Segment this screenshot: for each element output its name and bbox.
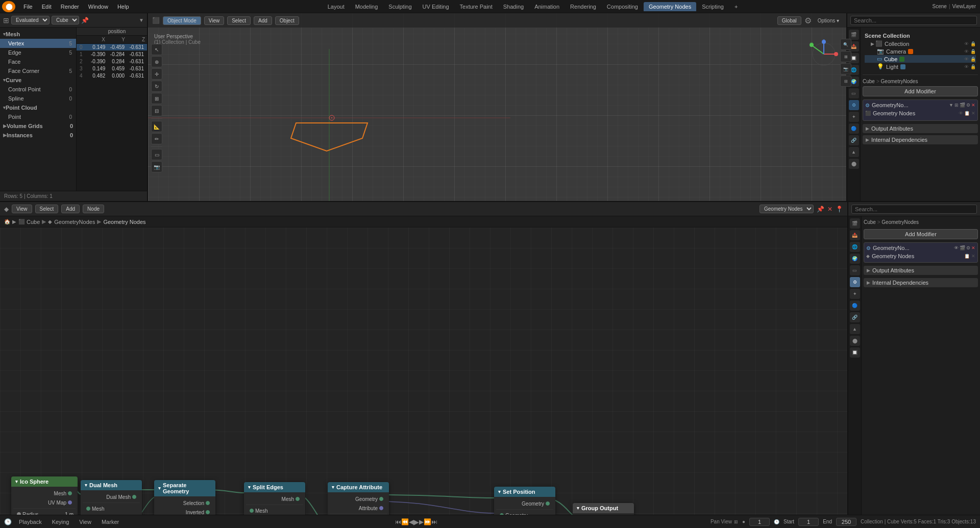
- table-row[interactable]: 2 -0.390 0.284 -0.631: [77, 58, 147, 65]
- pin-icon[interactable]: 📌: [81, 17, 89, 24]
- node-close-icon[interactable]: ✕: [827, 206, 832, 213]
- breadcrumb-geometry-nodes[interactable]: GeometryNodes: [54, 219, 95, 225]
- node-capture-attribute[interactable]: ▾ Capture Attribute Geometry Attribute: [328, 482, 389, 515]
- menu-window[interactable]: Window: [84, 3, 112, 11]
- viewport-tool-transform[interactable]: ⊟: [151, 105, 162, 116]
- menu-file[interactable]: File: [19, 3, 37, 11]
- nav-mesh-header[interactable]: ▾ Mesh: [0, 30, 76, 39]
- output-attrs-header[interactable]: ▶ Output Attributes: [863, 124, 978, 133]
- node-view-btn[interactable]: View: [12, 205, 32, 213]
- right-icon-modifier[interactable]: ⚙: [850, 277, 860, 287]
- nav-item-control-point[interactable]: Control Point 0: [0, 85, 76, 94]
- modifier-render-icon[interactable]: 🎬: [960, 103, 965, 108]
- right-internal-deps-header[interactable]: ▶ Internal Dependencies: [864, 278, 978, 287]
- nav-item-face[interactable]: Face: [0, 57, 76, 66]
- right-output-attrs-header[interactable]: ▶ Output Attributes: [864, 266, 978, 275]
- viewport-tool-cursor[interactable]: ⊕: [151, 56, 162, 67]
- node-separate-geometry[interactable]: ▾ Separate Geometry Selection Inverted: [154, 480, 215, 515]
- prop-icon-render[interactable]: 🎬: [849, 30, 859, 40]
- timeline-next-frame-icon[interactable]: ⏩: [424, 518, 431, 525]
- object-mode-btn[interactable]: Object Mode: [163, 16, 201, 25]
- menu-edit[interactable]: Edit: [38, 3, 56, 11]
- split-edges-mesh-in-socket[interactable]: [250, 509, 254, 513]
- node-tree-select[interactable]: Geometry Nodes: [760, 205, 814, 213]
- current-frame-field[interactable]: 1: [749, 518, 770, 526]
- tab-animation[interactable]: Animation: [529, 2, 565, 11]
- right-icon-world[interactable]: 🌍: [850, 254, 860, 264]
- keying-btn[interactable]: Keying: [49, 518, 72, 526]
- tab-modeling[interactable]: Modeling: [350, 2, 383, 11]
- viewport-options-label[interactable]: Options ▾: [815, 17, 842, 24]
- scene-item-light[interactable]: 💡 Light 👁 🔒: [865, 63, 976, 70]
- split-edges-mesh-out-socket[interactable]: [296, 497, 300, 501]
- right-icon-constraints[interactable]: 🔗: [850, 312, 860, 322]
- table-row[interactable]: 0 0.149 -0.459 -0.631: [77, 44, 147, 51]
- tab-geometry-nodes[interactable]: Geometry Nodes: [644, 2, 696, 11]
- rmod-delete-icon[interactable]: ✕: [971, 245, 975, 250]
- nav-volume-header[interactable]: ▶ Volume Grids 0: [0, 121, 76, 131]
- prop-icon-materials[interactable]: ⬤: [849, 159, 859, 169]
- node-node-btn[interactable]: Node: [83, 205, 104, 213]
- timeline-step-back-icon[interactable]: ◀: [409, 518, 413, 525]
- timeline-jump-end-icon[interactable]: ⏭: [431, 518, 437, 525]
- nav-item-spline[interactable]: Spline 0: [0, 94, 76, 103]
- modifier-settings-icon[interactable]: ⚙: [966, 103, 970, 108]
- tab-scripting[interactable]: Scripting: [697, 2, 729, 11]
- timeline-step-fwd-icon[interactable]: ▶: [419, 518, 424, 525]
- tab-add[interactable]: +: [729, 2, 743, 11]
- node-set-position[interactable]: ▾ Set Position Geometry Geometry: [494, 487, 555, 515]
- menu-render[interactable]: Render: [57, 3, 83, 11]
- scene-item-camera[interactable]: 📷 Camera 👁 🔒: [865, 47, 976, 55]
- node-canvas[interactable]: ▾ Ico Sphere Mesh UV Map: [0, 228, 847, 515]
- transform-global-btn[interactable]: Global: [777, 16, 801, 25]
- pan-view-icon[interactable]: ⊞: [734, 519, 738, 524]
- tab-compositing[interactable]: Compositing: [602, 2, 643, 11]
- object-menu-btn[interactable]: Object: [275, 16, 299, 25]
- filter-icon[interactable]: ▼: [139, 17, 144, 23]
- select-menu-btn[interactable]: Select: [227, 16, 251, 25]
- props-search[interactable]: [850, 16, 977, 25]
- viewport-gizmo[interactable]: X Y Z 🔍 ⊞ 📷 ⊟: [808, 39, 839, 69]
- modifier-realtime-icon[interactable]: ⊞: [954, 103, 959, 108]
- nav-instances-header[interactable]: ▶ Instances 0: [0, 131, 76, 140]
- internal-deps-header[interactable]: ▶ Internal Dependencies: [863, 135, 978, 144]
- modifier-filter-icon[interactable]: ▼: [949, 103, 953, 108]
- rmod-render-icon[interactable]: 🎬: [960, 245, 965, 250]
- node-ico-sphere[interactable]: ▾ Ico Sphere Mesh UV Map: [11, 476, 78, 515]
- node-pin-icon[interactable]: 📌: [817, 206, 824, 213]
- ico-sphere-uvmap-socket[interactable]: [68, 500, 72, 505]
- right-icon-output[interactable]: 📤: [850, 230, 860, 240]
- viewport-tool-camera[interactable]: 📷: [151, 161, 162, 172]
- viewport-tool-select[interactable]: ↖: [151, 44, 162, 55]
- prop-icon-data[interactable]: ▲: [849, 147, 859, 157]
- sep-geo-sel-out-socket[interactable]: [206, 501, 210, 505]
- viewport-tool-annotate[interactable]: ✏: [151, 133, 162, 144]
- node-group-output[interactable]: ▾ Group Output Geometry: [573, 503, 634, 515]
- view-btn[interactable]: View: [76, 518, 94, 526]
- table-row[interactable]: 3 0.149 0.459 -0.631: [77, 65, 147, 72]
- nav-item-vertex[interactable]: Vertex 5: [0, 39, 76, 48]
- nav-item-edge[interactable]: Edge 5: [0, 48, 76, 57]
- scene-item-cube[interactable]: ▭ Cube 👁 🔒: [865, 55, 976, 63]
- tab-uv-editing[interactable]: UV Editing: [418, 2, 454, 11]
- table-row[interactable]: 4 0.482 0.000 -0.631: [77, 72, 147, 80]
- right-icon-physics[interactable]: 🔵: [850, 300, 860, 311]
- right-icon-materials[interactable]: ⬤: [850, 336, 860, 346]
- sep-geo-inv-out-socket[interactable]: [206, 510, 210, 514]
- cap-attr-geo-out-socket[interactable]: [379, 497, 383, 501]
- prop-icon-physics[interactable]: 🔵: [849, 123, 859, 134]
- grid-icon[interactable]: ⊟: [840, 76, 851, 87]
- object-select[interactable]: Cube: [52, 16, 79, 24]
- view-menu-btn[interactable]: View: [204, 16, 225, 25]
- marker-btn[interactable]: Marker: [99, 518, 122, 526]
- right-add-modifier-btn[interactable]: Add Modifier: [864, 229, 978, 239]
- right-icon-particles[interactable]: ✦: [850, 289, 860, 299]
- menu-help[interactable]: Help: [113, 3, 133, 11]
- modifier-delete-icon[interactable]: ✕: [971, 103, 975, 108]
- add-menu-btn[interactable]: Add: [254, 16, 272, 25]
- viewport-tool-move[interactable]: ✛: [151, 68, 162, 80]
- viewport-tool-scale[interactable]: ⊞: [151, 93, 162, 104]
- blender-logo[interactable]: ⬤: [2, 1, 15, 12]
- nav-item-face-corner[interactable]: Face Corner 5: [0, 66, 76, 76]
- right-icon-data[interactable]: ▲: [850, 324, 860, 334]
